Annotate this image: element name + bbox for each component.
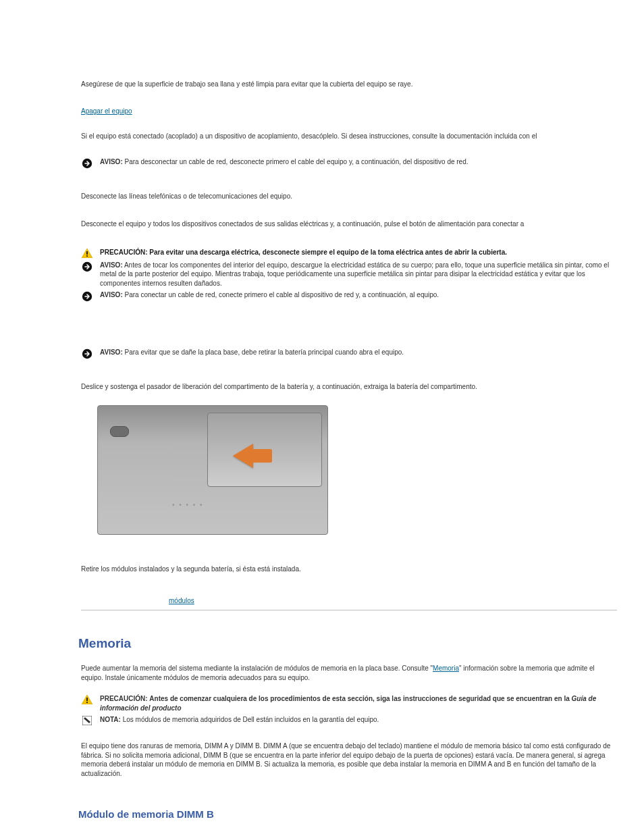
notice-remove-battery: AVISO: Para evitar que se dañe la placa … <box>81 348 617 359</box>
notice-connect-cable: AVISO: Para conectar un cable de red, co… <box>81 290 617 302</box>
memory-intro: Puede aumentar la memoria del sistema me… <box>81 664 617 682</box>
caution-icon <box>82 695 92 704</box>
svg-rect-1 <box>86 251 88 255</box>
step-5: Desconecte las líneas telefónicas o de t… <box>81 192 617 201</box>
notice-label: AVISO: <box>100 261 123 269</box>
caution-shock-text: Para evitar una descarga eléctrica, desc… <box>149 249 507 256</box>
step-6: Desconecte el equipo y todos los disposi… <box>81 219 617 229</box>
caution-safety-text: Antes de comenzar cualquiera de los proc… <box>149 695 571 702</box>
svg-rect-2 <box>86 255 88 257</box>
step-2: Asegúrese de que la superficie de trabaj… <box>81 80 617 89</box>
dimm-description: El equipo tiene dos ranuras de memoria, … <box>81 741 617 778</box>
notice-disconnect-cable: AVISO: Para desconectar un cable de red,… <box>81 157 617 169</box>
step-4: Si el equipo está conectado (acoplado) a… <box>81 132 617 141</box>
note-warranty: NOTA: Los módulos de memoria adquiridos … <box>81 715 617 725</box>
modules-link[interactable]: módulos <box>169 596 194 606</box>
note-warranty-text: Los módulos de memoria adquiridos de Del… <box>123 716 379 723</box>
note-label: NOTA: <box>100 716 121 723</box>
notice-label: AVISO: <box>100 348 123 356</box>
memory-spec-link[interactable]: Memoria <box>433 664 459 672</box>
notice-connect-text: Para conectar un cable de red, conecte p… <box>125 291 439 298</box>
caution-label: PRECAUCIÓN: <box>100 249 148 256</box>
notice-static-text: Antes de tocar los componentes del inter… <box>100 261 609 287</box>
caution-safety: PRECAUCIÓN: Antes de comenzar cualquiera… <box>81 694 617 712</box>
caution-label: PRECAUCIÓN: <box>100 695 148 702</box>
caution-icon <box>82 249 92 258</box>
svg-rect-6 <box>86 698 88 701</box>
step-11: Retire los módulos instalados y la segun… <box>81 565 617 574</box>
notice-label: AVISO: <box>100 158 123 165</box>
battery-release-figure: • • • • • <box>97 405 328 535</box>
notice-icon <box>82 348 92 359</box>
notice-label: AVISO: <box>100 291 123 298</box>
notice-icon <box>82 291 92 302</box>
heading-dimm-b: Módulo de memoria DIMM B <box>78 808 617 821</box>
caution-shock: PRECAUCIÓN: Para evitar una descarga elé… <box>81 248 617 258</box>
notice-text: Para desconectar un cable de red, descon… <box>125 158 468 165</box>
section-divider <box>81 610 617 610</box>
notice-icon <box>82 158 92 169</box>
heading-memory: Memoria <box>78 635 617 652</box>
notice-static: AVISO: Antes de tocar los componentes de… <box>81 261 617 288</box>
notice-icon <box>82 261 92 272</box>
notice-remove-battery-text: Para evitar que se dañe la placa base, d… <box>125 348 404 356</box>
turn-off-link[interactable]: Apagar el equipo <box>81 107 132 116</box>
note-icon <box>82 716 92 725</box>
step-10: Deslice y sostenga el pasador de liberac… <box>81 382 617 392</box>
svg-rect-7 <box>86 702 88 703</box>
